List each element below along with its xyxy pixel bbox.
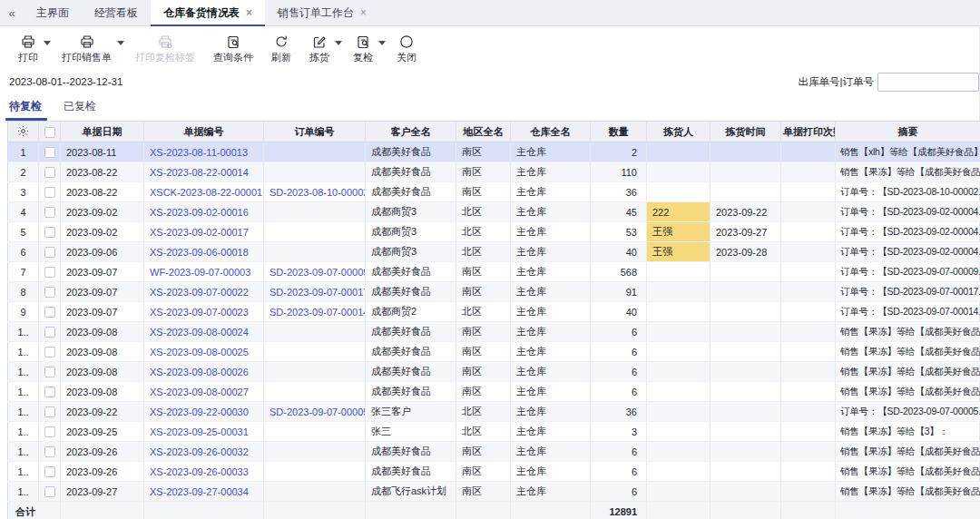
doc-number-link[interactable]: XSCK-2023-08-22-00001: [144, 182, 264, 202]
table-row[interactable]: 32023-08-22XSCK-2023-08-22-00001SD-2023-…: [8, 182, 980, 202]
tab-close-icon[interactable]: ×: [246, 7, 252, 18]
row-checkbox[interactable]: [44, 387, 55, 397]
query-conditions-icon: [226, 34, 240, 49]
row-checkbox[interactable]: [44, 227, 55, 238]
row-checkbox[interactable]: [44, 466, 55, 477]
doc-number-link[interactable]: XS-2023-09-06-00018: [144, 242, 264, 262]
tab-sales-order-workbench[interactable]: 销售订单工作台×: [265, 0, 379, 25]
table-row[interactable]: 12023-08-11XS-2023-08-11-00013成都美好食品南区主仓…: [8, 142, 980, 162]
order-number-link[interactable]: SD-2023-09-07-00005: [264, 402, 366, 422]
toolbar-button-query-conditions[interactable]: 查询条件: [204, 34, 262, 64]
picker-name: [647, 262, 710, 282]
row-checkbox[interactable]: [44, 267, 55, 278]
subtab-rechecked[interactable]: 已复检: [64, 99, 96, 121]
print-count: [781, 262, 836, 282]
row-checkbox[interactable]: [44, 327, 55, 338]
order-number-link[interactable]: SD-2023-08-10-00002: [264, 182, 366, 202]
row-checkbox[interactable]: [44, 486, 55, 497]
customer-name: 成都美好食品: [366, 382, 456, 402]
subtab-pending-recheck[interactable]: 待复检: [9, 99, 42, 121]
table-row[interactable]: 72023-09-07WF-2023-09-07-00003SD-2023-09…: [8, 262, 980, 282]
table-row[interactable]: 1..2023-09-08XS-2023-09-08-00025成都美好食品南区…: [8, 342, 980, 362]
tab-business-dashboard[interactable]: 经营看板: [82, 0, 151, 25]
doc-number-link[interactable]: WF-2023-09-07-00003: [144, 262, 264, 282]
table-row[interactable]: 42023-09-02XS-2023-09-02-00016成都商贸3北区主仓库…: [8, 202, 980, 222]
column-settings-gear-icon[interactable]: [8, 122, 39, 142]
table-row[interactable]: 1..2023-09-08XS-2023-09-08-00026成都美好食品南区…: [8, 362, 980, 382]
doc-number-link[interactable]: XS-2023-08-22-00014: [144, 162, 264, 182]
doc-number-link[interactable]: XS-2023-09-26-00032: [144, 442, 264, 462]
doc-number-link[interactable]: XS-2023-09-08-00026: [144, 362, 264, 382]
region-name: 北区: [456, 302, 511, 322]
dropdown-caret-icon[interactable]: [335, 41, 342, 45]
dropdown-caret-icon[interactable]: [44, 41, 51, 45]
table-row[interactable]: 1..2023-09-26XS-2023-09-26-00032成都美好食品南区…: [8, 442, 980, 462]
row-checkbox[interactable]: [44, 247, 55, 258]
doc-number-link[interactable]: XS-2023-09-02-00017: [144, 222, 264, 242]
column-header: 订单编号: [264, 122, 366, 142]
doc-number-link[interactable]: XS-2023-09-07-00023: [144, 302, 264, 322]
toolbar-button-refresh[interactable]: 刷新: [262, 34, 300, 64]
table-row[interactable]: 82023-09-07XS-2023-09-07-00022SD-2023-09…: [8, 282, 980, 302]
row-checkbox[interactable]: [44, 347, 55, 357]
row-checkbox[interactable]: [44, 187, 55, 198]
row-checkbox[interactable]: [44, 307, 55, 318]
table-row[interactable]: 1..2023-09-08XS-2023-09-08-00027成都美好食品南区…: [8, 382, 980, 402]
dropdown-caret-icon[interactable]: [117, 41, 124, 45]
row-checkbox[interactable]: [44, 147, 55, 158]
quantity: 40: [591, 242, 647, 262]
table-row[interactable]: 1..2023-09-25XS-2023-09-25-00031张三北区主仓库3…: [8, 422, 980, 442]
row-checkbox[interactable]: [44, 207, 55, 218]
doc-number-link[interactable]: XS-2023-08-11-00013: [144, 142, 264, 162]
order-number-link[interactable]: SD-2023-09-07-00009: [264, 262, 366, 282]
toolbar-button-picking[interactable]: 拣货: [300, 34, 338, 64]
select-all-checkbox[interactable]: [44, 127, 55, 138]
row-checkbox[interactable]: [44, 287, 55, 298]
doc-number-link[interactable]: XS-2023-09-08-00027: [144, 382, 264, 402]
toolbar-button-print-recheck-label[interactable]: 打印复检标签: [126, 34, 204, 64]
doc-number-link[interactable]: XS-2023-09-22-00030: [144, 402, 264, 422]
tab-warehouse-stock-report[interactable]: 仓库备货情况表×: [151, 0, 265, 25]
table-row[interactable]: 1..2023-09-08XS-2023-09-08-00024成都美好食品南区…: [8, 322, 980, 342]
doc-number-link[interactable]: XS-2023-09-07-00022: [144, 282, 264, 302]
table-row[interactable]: 1..2023-09-26XS-2023-09-26-00033成都美好食品南区…: [8, 462, 980, 482]
collapse-sidebar-icon[interactable]: «: [0, 0, 24, 25]
table-row[interactable]: 52023-09-02XS-2023-09-02-00017成都商贸3北区主仓库…: [8, 222, 980, 242]
toolbar-button-print-sales-order[interactable]: 打印销售单: [53, 34, 121, 64]
row-checkbox[interactable]: [44, 406, 55, 417]
order-number-link: [264, 142, 366, 162]
toolbar-button-recheck[interactable]: 复检: [344, 34, 382, 64]
doc-number-link[interactable]: XS-2023-09-08-00025: [144, 342, 264, 362]
row-checkbox[interactable]: [44, 446, 55, 457]
search-input[interactable]: [877, 73, 979, 92]
table-row[interactable]: 1..2023-09-27XS-2023-09-27-00034成都飞行ask计…: [8, 482, 980, 502]
row-checkbox[interactable]: [44, 167, 55, 178]
order-number-link[interactable]: SD-2023-09-07-00014: [264, 302, 366, 322]
doc-number-link[interactable]: XS-2023-09-02-00016: [144, 202, 264, 222]
doc-number-link[interactable]: XS-2023-09-26-00033: [144, 462, 264, 482]
row-checkbox[interactable]: [44, 367, 55, 377]
order-number-link[interactable]: SD-2023-09-07-00017: [264, 282, 366, 302]
quantity: 36: [591, 402, 647, 422]
doc-number-link[interactable]: XS-2023-09-08-00024: [144, 322, 264, 342]
toolbar-button-print[interactable]: 打印: [9, 34, 47, 64]
tab-close-icon[interactable]: ×: [360, 7, 367, 18]
summary-text: 订单号：【SD-2023-09-02-00004...: [836, 222, 980, 242]
region-name: 北区: [456, 222, 511, 242]
doc-number-link[interactable]: XS-2023-09-25-00031: [144, 422, 264, 442]
row-checkbox[interactable]: [44, 426, 55, 437]
table-row[interactable]: 22023-08-22XS-2023-08-22-00014成都美好食品南区主仓…: [8, 162, 980, 182]
total-empty-cell: [456, 502, 511, 519]
picker-name: 王强: [647, 242, 710, 262]
toolbar-button-close[interactable]: 关闭: [387, 34, 426, 64]
table-row[interactable]: 1..2023-09-22XS-2023-09-22-00030SD-2023-…: [8, 402, 980, 422]
doc-number-link[interactable]: XS-2023-09-27-00034: [144, 482, 264, 502]
print-count: [781, 402, 836, 422]
picker-name: [647, 402, 710, 422]
print-count: [781, 182, 836, 202]
summary-text: 销售【果冻】等给【3】：: [836, 422, 980, 442]
tab-main-screen[interactable]: 主界面: [24, 0, 82, 25]
table-row[interactable]: 62023-09-06XS-2023-09-06-00018成都商贸3北区主仓库…: [8, 242, 980, 262]
table-row[interactable]: 92023-09-07XS-2023-09-07-00023SD-2023-09…: [8, 302, 980, 322]
dropdown-caret-icon[interactable]: [378, 41, 386, 45]
